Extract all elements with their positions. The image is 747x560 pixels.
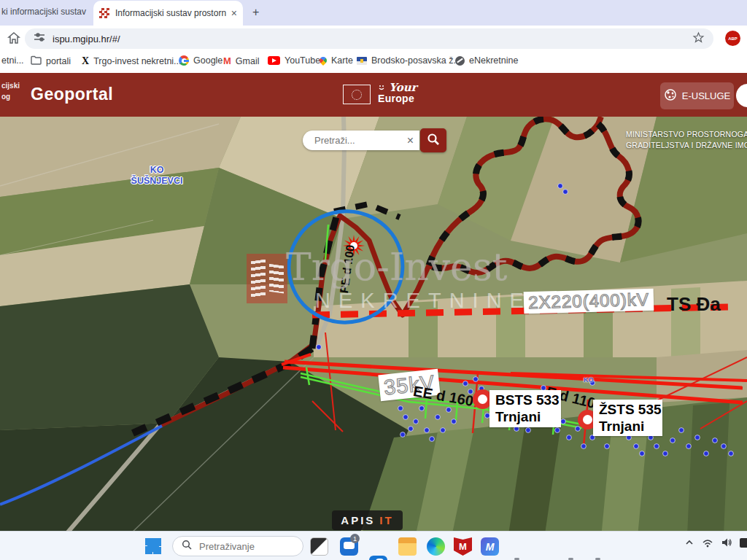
eu-flag-icon xyxy=(343,85,371,104)
tray-keyboard-icon[interactable] xyxy=(740,538,747,548)
system-tray xyxy=(684,537,747,548)
tab-active-close-icon[interactable]: × xyxy=(231,8,237,18)
bookmarks-bar: etni... portali X Trgo-invest nekretni..… xyxy=(0,51,747,73)
screen: ki informacijski sustav × Informacijski … xyxy=(0,0,747,560)
watermark-subtitle: NEKRETNINE xyxy=(315,289,532,313)
bookmark-google[interactable]: Google xyxy=(179,55,222,66)
services-globe-icon xyxy=(664,88,677,104)
m-app-icon[interactable]: M xyxy=(481,537,499,556)
teams-chat-icon[interactable]: 1 xyxy=(340,537,358,556)
maps-pin-icon xyxy=(318,55,328,66)
x-logo-icon: X xyxy=(82,55,89,67)
tab-background[interactable]: ki informacijski sustav × xyxy=(1,7,104,17)
satellite-imagery xyxy=(0,117,747,531)
edge-browser-icon[interactable] xyxy=(427,537,445,556)
new-tab-button[interactable]: + xyxy=(252,6,259,19)
bookmark-trgo-invest[interactable]: X Trgo-invest nekretni... xyxy=(82,55,182,67)
apis-it-logo: APISIT xyxy=(332,510,403,530)
youtube-icon xyxy=(268,56,280,65)
e-usluge-button[interactable]: E-USLUGE xyxy=(660,82,734,109)
ispu-favicon-icon xyxy=(99,8,109,18)
trgo-invest-logo-icon xyxy=(247,254,287,303)
taskbar-search-icon xyxy=(182,540,192,553)
browser-toolbar: ispu.mgipu.hr/#/ ABP xyxy=(0,26,747,51)
ko-small-label: KO xyxy=(584,376,594,384)
bookmark-brodsko-posavska[interactable]: Brodsko-posavska ž... xyxy=(357,55,461,66)
taskbar-search[interactable] xyxy=(172,536,303,556)
windows-taskbar: 1 M M NEW xyxy=(0,531,747,560)
map-search: × xyxy=(303,128,446,152)
volume-icon[interactable] xyxy=(721,537,732,548)
adblock-extension-icon[interactable]: ABP xyxy=(725,31,740,46)
bsts-533-label: BSTS 533 Trnjani xyxy=(489,390,561,427)
watermark-title: Trgo-Invest xyxy=(286,245,507,289)
site-settings-icon[interactable] xyxy=(34,31,45,46)
tab-active[interactable]: Informacijski sustav prostornog × xyxy=(93,1,243,26)
bookmark-karte[interactable]: Karte xyxy=(320,55,353,66)
search-button[interactable] xyxy=(420,128,446,152)
taskbar-search-input[interactable] xyxy=(198,540,285,553)
bookmark-gmail[interactable]: M Gmail xyxy=(223,55,260,66)
url-text[interactable]: ispu.mgipu.hr/#/ xyxy=(53,34,692,44)
folder-icon xyxy=(31,55,42,67)
google-icon xyxy=(179,55,189,66)
bookmark-truncated[interactable]: etni... xyxy=(1,55,24,66)
tab-active-label: Informacijski sustav prostornog xyxy=(115,8,226,18)
address-bar[interactable]: ispu.mgipu.hr/#/ xyxy=(25,28,713,49)
header-partial-text: cijski og xyxy=(1,80,20,102)
your-europe-logo: Your Europe xyxy=(378,82,417,104)
microsoft-store-icon[interactable] xyxy=(369,556,387,560)
ministry-attribution: MINISTARSTVO PROSTORNOGA URE GRADITELJST… xyxy=(626,129,747,151)
bookmark-folder-portali[interactable]: portali xyxy=(31,55,71,67)
clear-search-icon[interactable]: × xyxy=(407,134,414,147)
bookmark-star-icon[interactable] xyxy=(692,31,705,47)
header-round-button[interactable] xyxy=(736,84,747,107)
powerline-220kv-label: 2X220(400)kV xyxy=(524,289,654,314)
e-usluge-label: E-USLUGE xyxy=(682,90,730,101)
mcafee-icon[interactable]: M xyxy=(454,537,472,556)
task-view-icon[interactable] xyxy=(310,537,328,556)
page-title[interactable]: Geoportal xyxy=(31,85,113,104)
bookmark-enekretnine[interactable]: eNekretnine xyxy=(455,55,518,66)
home-icon[interactable] xyxy=(7,31,20,47)
browser-tab-bar: ki informacijski sustav × Informacijski … xyxy=(0,0,747,26)
gmail-icon: M xyxy=(223,55,231,66)
chat-notification-badge: 1 xyxy=(350,534,360,543)
tab-background-label: ki informacijski sustav xyxy=(1,7,86,17)
file-explorer-icon[interactable] xyxy=(398,537,417,556)
start-button[interactable] xyxy=(145,538,161,554)
geoportal-header: cijski og Geoportal Your Europe E-USLUGE xyxy=(0,73,747,117)
map-search-field[interactable]: × xyxy=(303,131,419,150)
map-search-input[interactable] xyxy=(313,134,404,147)
wifi-icon[interactable] xyxy=(702,538,713,548)
globe-icon xyxy=(455,56,465,66)
cadastral-municipality-label: KO ŠUŠNJEVCI xyxy=(117,165,197,187)
bookmark-youtube[interactable]: YouTube xyxy=(268,55,320,66)
substation-ts-label: TS Đa xyxy=(667,293,721,316)
tray-chevron-up-icon[interactable] xyxy=(684,538,694,547)
county-flag-icon xyxy=(357,57,367,65)
zsts-535-label: ŽSTS 535 Trnjani xyxy=(593,400,662,436)
map-canvas[interactable]: MINISTARSTVO PROSTORNOGA URE GRADITELJST… xyxy=(0,117,747,531)
search-icon xyxy=(427,133,440,149)
